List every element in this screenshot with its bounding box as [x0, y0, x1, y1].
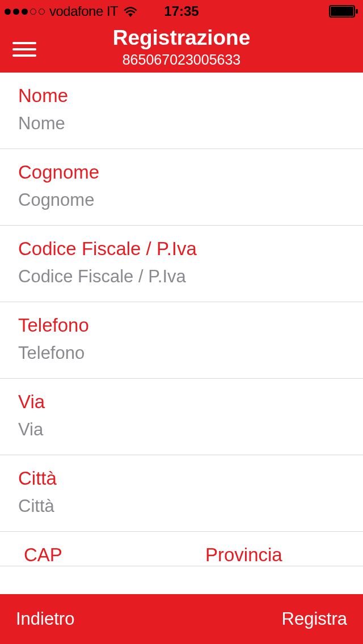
form-row-via: Via [0, 379, 363, 455]
signal-strength-icon [5, 9, 45, 15]
input-citta[interactable] [18, 496, 345, 516]
svg-rect-1 [331, 7, 353, 16]
footer-bar: Indietro Registra [0, 594, 363, 644]
battery-icon [329, 5, 358, 18]
svg-rect-2 [356, 9, 358, 14]
submit-button[interactable]: Registra [282, 609, 347, 629]
label-nome: Nome [18, 85, 345, 107]
form-row-nome: Nome [0, 73, 363, 149]
label-codice-fiscale: Codice Fiscale / P.Iva [18, 238, 345, 260]
label-cap: CAP [24, 544, 182, 566]
carrier-label: vodafone IT [49, 3, 118, 19]
form-container: Nome Cognome Codice Fiscale / P.Iva Tele… [0, 73, 363, 594]
form-row-citta: Città [0, 455, 363, 532]
input-codice-fiscale[interactable] [18, 266, 345, 287]
status-bar: vodafone IT 17:35 [0, 0, 363, 23]
nav-header: Registrazione 865067023005633 [0, 23, 363, 73]
form-row-cap-provincia: CAP Provincia [0, 532, 363, 566]
page-title: Registrazione [113, 27, 251, 48]
form-row-cognome: Cognome [0, 149, 363, 226]
form-row-codice-fiscale: Codice Fiscale / P.Iva [0, 226, 363, 302]
label-via: Via [18, 391, 345, 413]
label-telefono: Telefono [18, 315, 345, 336]
back-button[interactable]: Indietro [16, 609, 74, 629]
menu-icon[interactable] [12, 42, 36, 57]
page-subtitle: 865067023005633 [123, 52, 241, 68]
input-via[interactable] [18, 420, 345, 440]
label-provincia: Provincia [205, 544, 363, 566]
form-row-telefono: Telefono [0, 302, 363, 379]
label-citta: Città [18, 468, 345, 489]
input-telefono[interactable] [18, 343, 345, 363]
label-cognome: Cognome [18, 162, 345, 183]
wifi-icon [124, 6, 137, 17]
status-time: 17:35 [164, 3, 199, 19]
input-cognome[interactable] [18, 190, 345, 210]
input-nome[interactable] [18, 113, 345, 134]
